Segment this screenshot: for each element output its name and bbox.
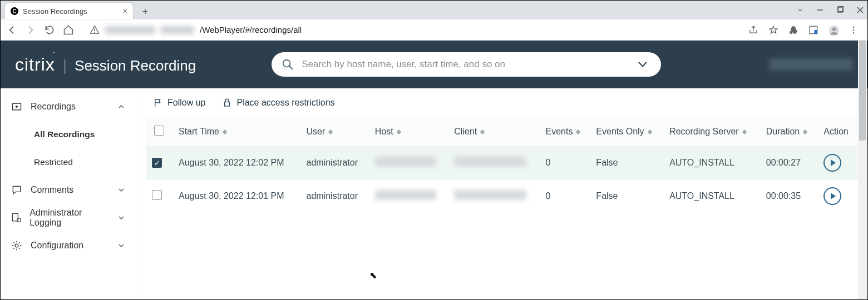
sidebar-item-label: Configuration [31,241,83,251]
place-restrictions-button[interactable]: Place access restrictions [222,98,334,108]
tab-close-icon[interactable]: × [123,7,127,16]
col-duration[interactable]: Duration [761,117,818,146]
chevron-up-icon [117,102,126,111]
comments-icon [11,184,23,196]
cell-client [448,146,540,179]
sidebar-item-label: Administrator Logging [29,208,109,228]
sidebar-item-recordings[interactable]: Recordings [1,93,136,121]
col-start-time[interactable]: Start Time [173,117,301,146]
recordings-icon [11,101,23,113]
host-obscured [375,190,436,200]
brand-logo: citrix˙ [15,54,55,75]
cell-recording-server: AUTO_INSTALL [664,179,761,213]
nav-back-icon[interactable] [6,24,17,36]
window-controls [796,1,864,19]
product-name: Session Recording [75,57,196,74]
col-user[interactable]: User [301,117,369,146]
search-expand-icon[interactable] [637,58,649,71]
cell-user: administrator [301,146,369,179]
play-button[interactable] [823,187,841,205]
scrollbar-thumb[interactable] [859,41,866,141]
nav-home-icon[interactable] [63,24,74,36]
close-window-icon[interactable] [856,6,864,14]
table-row[interactable]: August 30, 2022 12:01 PM administrator 0… [146,179,857,213]
cell-start-time: August 30, 2022 12:02 PM [173,146,301,179]
cell-host [369,179,448,213]
chevron-down-icon [117,241,126,250]
user-area[interactable] [770,58,853,71]
svg-point-8 [853,32,855,33]
sidebar-item-admin-logging[interactable]: Administrator Logging [1,204,136,232]
tab-search-icon[interactable] [796,6,804,14]
search-icon [282,58,294,71]
col-events[interactable]: Events [540,117,591,146]
recordings-table: Start Time User Host Client Events Event… [146,117,857,213]
client-obscured [454,190,526,200]
browser-menu-icon[interactable] [849,25,859,35]
lock-icon [222,98,232,108]
search-input[interactable] [302,59,629,70]
sidebar: Recordings All Recordings Restricted Com… [1,88,136,299]
gear-icon [11,239,23,252]
cell-events: 0 [540,179,591,213]
url-visible-path: /WebPlayer/#/recordings/all [200,25,302,34]
flag-icon [153,98,163,108]
svg-point-5 [832,27,836,31]
svg-point-13 [15,244,18,247]
browser-tab[interactable]: C Session Recordings × [5,3,133,19]
omnibox[interactable]: /WebPlayer/#/recordings/all [82,22,741,38]
cell-duration: 00:00:35 [761,179,818,213]
table-row[interactable]: August 30, 2022 12:02 PM administrator 0… [146,146,857,179]
site-warning-icon[interactable] [90,25,100,35]
follow-up-button[interactable]: Follow up [153,98,205,108]
maximize-icon[interactable] [836,6,844,14]
svg-point-12 [17,218,21,222]
svg-rect-14 [225,102,230,107]
sidebar-item-all-recordings[interactable]: All Recordings [1,121,136,148]
sidebar-item-comments[interactable]: Comments [1,176,136,204]
url-path-obscured [161,26,194,34]
nav-reload-icon[interactable] [44,24,55,36]
header-checkbox[interactable] [154,126,164,136]
search-box[interactable] [272,52,661,77]
sidebar-item-label: Restricted [34,157,73,167]
reading-list-icon[interactable] [808,25,818,35]
cell-user: administrator [301,179,369,213]
sidebar-item-restricted[interactable]: Restricted [1,148,136,176]
minimize-icon[interactable] [816,6,824,14]
sidebar-item-configuration[interactable]: Configuration [1,232,136,259]
bookmark-star-icon[interactable] [768,25,778,35]
app-header: citrix˙ | Session Recording [1,41,867,88]
vertical-scrollbar[interactable] [858,41,867,299]
new-tab-button[interactable]: + [137,4,153,19]
col-host[interactable]: Host [369,117,448,146]
share-icon[interactable] [748,25,758,35]
browser-tabstrip: C Session Recordings × + [1,1,867,19]
svg-rect-3 [815,30,817,34]
profile-avatar-icon[interactable] [828,25,839,35]
row-checkbox[interactable] [152,158,162,168]
cell-events: 0 [540,146,591,179]
tab-favicon: C [11,7,18,15]
client-obscured [454,157,526,167]
cell-events-only: False [590,179,664,213]
col-events-only[interactable]: Events Only [590,117,664,146]
cell-events-only: False [590,146,664,179]
place-restrictions-label: Place access restrictions [236,98,334,108]
row-checkbox[interactable] [152,190,162,200]
host-obscured [375,157,436,167]
col-client[interactable]: Client [448,117,540,146]
cell-start-time: August 30, 2022 12:01 PM [173,179,301,213]
svg-point-7 [853,29,855,31]
browser-addressbar: /WebPlayer/#/recordings/all [1,19,867,41]
cell-duration: 00:00:27 [761,146,818,179]
nav-forward-icon[interactable] [25,24,36,36]
tab-title: Session Recordings [23,7,119,16]
brand-separator: | [63,57,67,74]
play-button[interactable] [823,154,841,172]
extensions-icon[interactable] [788,25,798,35]
brand-block: citrix˙ | Session Recording [15,54,196,75]
svg-point-6 [853,26,855,28]
cell-recording-server: AUTO_INSTALL [664,146,761,179]
col-recording-server[interactable]: Recording Server [664,117,761,146]
